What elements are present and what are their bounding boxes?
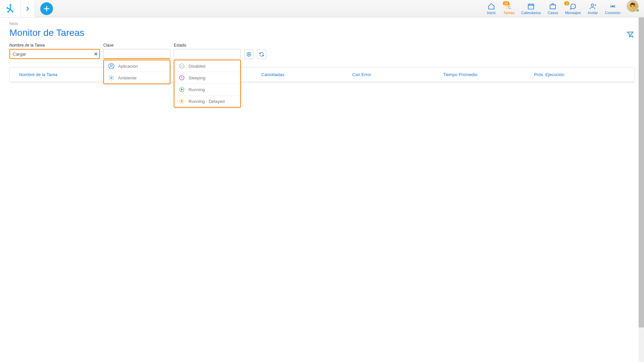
nav-label: Invitar [588, 11, 598, 15]
refresh-icon [259, 52, 264, 57]
nav-calendarios[interactable]: Calendarios [518, 0, 544, 17]
input-wrap [174, 49, 241, 59]
option-label: Aplicación [118, 64, 138, 69]
app-logo[interactable] [0, 0, 21, 17]
calendar-icon [527, 3, 535, 10]
nav-inicio[interactable]: Inicio [483, 0, 500, 17]
clase-option-aplicacion[interactable]: Aplicación [104, 60, 170, 72]
nav-label: Tareas [503, 11, 515, 15]
clase-dropdown: Aplicación Ambiente [103, 60, 170, 84]
add-button[interactable] [40, 2, 53, 15]
nav-mensajes[interactable]: 1 Mensajes [561, 0, 584, 17]
option-label: Disabled [189, 64, 206, 69]
nav-conexion[interactable]: Conexión [602, 0, 624, 17]
filter-nombre: Nombre de la Tarea ✕ [9, 43, 100, 59]
svg-point-10 [111, 77, 112, 79]
running-delayed-icon [178, 98, 185, 105]
svg-point-0 [9, 4, 11, 6]
page-title: Monitor de Tareas [9, 27, 635, 38]
nav-label: Mensajes [565, 11, 581, 15]
sleeping-icon [178, 74, 185, 81]
messages-icon [569, 3, 577, 10]
status-indicator [636, 9, 639, 12]
scrollbar-thumb[interactable] [639, 17, 644, 327]
svg-rect-4 [528, 4, 534, 9]
clear-nombre-button[interactable]: ✕ [94, 51, 98, 57]
app-header: Inicio 12 Tareas Calendarios Casos 1 Men… [0, 0, 644, 17]
estado-input[interactable] [174, 49, 241, 59]
filter-toggle-button[interactable] [627, 31, 634, 39]
filter-label: Nombre de la Tarea [9, 43, 100, 48]
th-prox[interactable]: Próx. Ejecución [534, 72, 625, 77]
option-label: Running - Delayed [189, 99, 225, 104]
clase-input[interactable] [103, 49, 170, 59]
option-label: Sleeping [189, 75, 206, 80]
nav-label: Calendarios [521, 11, 541, 15]
filter-clase: Clase Aplicación Ambiente [103, 43, 170, 59]
nav-label: Conexión [605, 11, 621, 15]
svg-point-1 [7, 11, 9, 13]
user-icon [108, 63, 115, 69]
option-label: Running [189, 87, 205, 92]
clear-filters-button[interactable] [244, 50, 254, 59]
invite-icon [589, 3, 597, 10]
chevron-right-icon [26, 6, 30, 11]
scrollbar[interactable] [639, 17, 644, 362]
svg-point-2 [12, 11, 13, 13]
svg-rect-5 [550, 5, 556, 9]
disabled-icon [178, 63, 185, 69]
estado-dropdown: Disabled Sleeping Running Running - Dela… [174, 60, 241, 108]
clear-icon [246, 52, 252, 57]
nombre-input[interactable] [9, 49, 100, 59]
plus-icon [43, 5, 50, 12]
header-nav: Inicio 12 Tareas Calendarios Casos 1 Men… [483, 0, 644, 17]
input-wrap: ✕ [9, 49, 100, 59]
clase-option-ambiente[interactable]: Ambiente [104, 72, 170, 83]
running-icon [178, 86, 185, 93]
estado-option-disabled[interactable]: Disabled [174, 60, 240, 72]
breadcrumb[interactable]: Inicio [9, 21, 635, 25]
filter-icon [627, 31, 634, 38]
header-left [0, 0, 53, 17]
filter-bar: Nombre de la Tarea ✕ Clase Aplicación Am… [9, 43, 635, 59]
logo-icon [6, 4, 15, 13]
filter-label: Estado [174, 43, 241, 48]
filter-label: Clase [103, 43, 170, 48]
nav-label: Inicio [487, 11, 496, 15]
refresh-button[interactable] [257, 50, 266, 59]
user-avatar[interactable]: 👨 [627, 0, 639, 12]
estado-option-running-delayed[interactable]: Running - Delayed [174, 96, 240, 107]
th-tiempo[interactable]: Tiempo Promedio [443, 72, 534, 77]
gear-icon [108, 74, 115, 81]
nav-tareas[interactable]: 12 Tareas [500, 0, 518, 17]
expand-sidebar-button[interactable] [21, 0, 35, 17]
filter-estado: Estado Disabled Sleeping Running [174, 43, 241, 59]
page-content: Inicio Monitor de Tareas Nombre de la Ta… [0, 17, 644, 362]
briefcase-icon [549, 3, 556, 10]
option-label: Ambiente [118, 75, 137, 80]
input-wrap [103, 49, 170, 59]
svg-point-6 [591, 4, 593, 6]
mensajes-badge: 1 [564, 1, 569, 5]
svg-point-3 [6, 7, 8, 9]
nav-invitar[interactable]: Invitar [584, 0, 602, 17]
nav-label: Casos [548, 11, 558, 15]
home-icon [488, 3, 495, 10]
th-error[interactable]: Con Error [352, 72, 443, 77]
estado-option-sleeping[interactable]: Sleeping [174, 72, 240, 84]
connection-icon [609, 3, 616, 10]
svg-point-8 [110, 64, 112, 66]
nav-casos[interactable]: Casos [544, 0, 561, 17]
estado-option-running[interactable]: Running [174, 84, 240, 96]
svg-point-7 [612, 6, 613, 7]
tareas-badge: 12 [503, 1, 509, 5]
